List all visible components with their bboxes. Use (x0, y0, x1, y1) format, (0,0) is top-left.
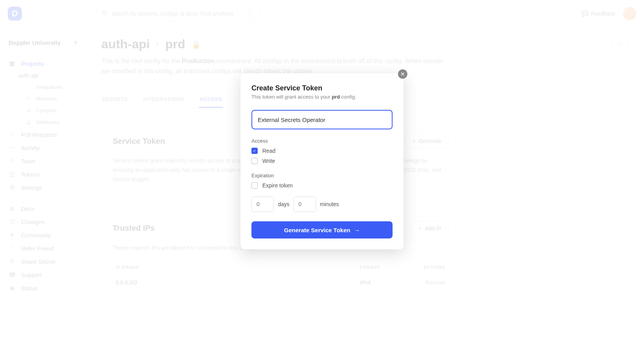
expire-token-checkbox[interactable] (251, 182, 258, 189)
close-button[interactable]: ✕ (398, 69, 407, 79)
expire-token-checkbox-row[interactable]: Expire token (251, 182, 393, 189)
close-icon: ✕ (400, 71, 405, 77)
create-service-token-modal: ✕ Create Service Token This token will g… (241, 73, 403, 249)
modal-subtitle: This token will grant access to your prd… (251, 94, 393, 100)
write-label: Write (262, 158, 275, 164)
minutes-label: minutes (320, 201, 339, 207)
expiration-label: Expiration (251, 173, 393, 178)
token-name-input[interactable] (251, 110, 393, 129)
minutes-input[interactable] (294, 196, 316, 212)
days-label: days (278, 201, 290, 207)
modal-title: Create Service Token (251, 84, 393, 92)
read-label: Read (262, 148, 275, 154)
days-input[interactable] (251, 196, 274, 212)
generate-service-token-button[interactable]: Generate Service Token → (251, 221, 393, 238)
duration-row: days minutes (251, 196, 393, 212)
arrow-right-icon: → (354, 227, 360, 233)
write-checkbox-row[interactable]: Write (251, 158, 393, 164)
read-checkbox[interactable]: ✓ (251, 148, 258, 154)
write-checkbox[interactable] (251, 158, 258, 164)
access-label: Access (251, 138, 393, 144)
expire-token-label: Expire token (262, 182, 293, 189)
modal-overlay[interactable]: ✕ Create Service Token This token will g… (0, 0, 644, 362)
read-checkbox-row[interactable]: ✓ Read (251, 148, 393, 154)
